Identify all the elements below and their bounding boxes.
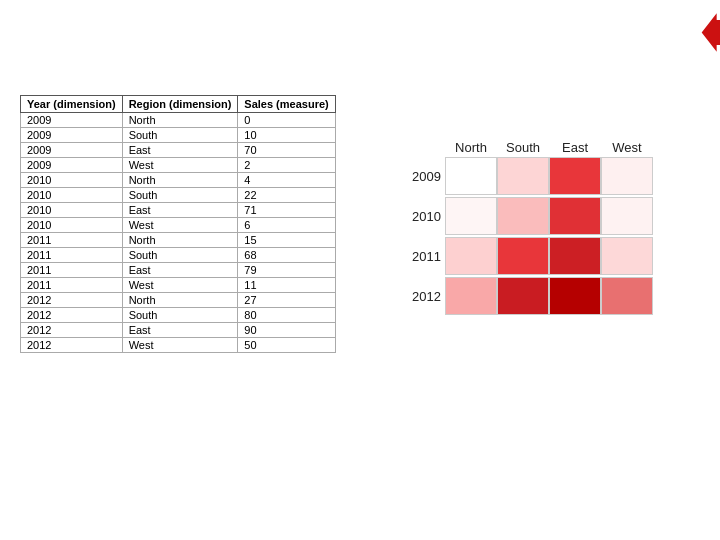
col-header-year: Year (dimension): [21, 96, 123, 113]
data-table-container: Year (dimension) Region (dimension) Sale…: [20, 95, 336, 353]
heatmap-cell: [445, 197, 497, 235]
table-cell: 2011: [21, 263, 123, 278]
table-cell: 2009: [21, 113, 123, 128]
table-cell: North: [122, 113, 238, 128]
heatmap-row: 2011: [400, 237, 653, 275]
heatmap-cell: [601, 157, 653, 195]
table-row: 2009East70: [21, 143, 336, 158]
table-cell: 2011: [21, 233, 123, 248]
heatmap-col-label: West: [601, 140, 653, 155]
table-row: 2009West2: [21, 158, 336, 173]
table-cell: South: [122, 128, 238, 143]
heatmap-row-label: 2011: [400, 249, 445, 264]
table-cell: 2012: [21, 293, 123, 308]
table-cell: 70: [238, 143, 335, 158]
table-cell: 11: [238, 278, 335, 293]
table-cell: 2011: [21, 278, 123, 293]
heatmap-body: 2009201020112012: [400, 157, 653, 317]
table-cell: South: [122, 188, 238, 203]
table-cell: East: [122, 323, 238, 338]
table-cell: 2012: [21, 338, 123, 353]
table-body: 2009North02009South102009East702009West2…: [21, 113, 336, 353]
table-cell: 79: [238, 263, 335, 278]
table-cell: 2: [238, 158, 335, 173]
table-row: 2010North4: [21, 173, 336, 188]
heatmap-col-label: South: [497, 140, 549, 155]
heatmap-cell: [497, 277, 549, 315]
table-row: 2011East79: [21, 263, 336, 278]
data-table: Year (dimension) Region (dimension) Sale…: [20, 95, 336, 353]
table-row: 2009North0: [21, 113, 336, 128]
table-cell: 68: [238, 248, 335, 263]
table-row: 2011West11: [21, 278, 336, 293]
table-row: 2012South80: [21, 308, 336, 323]
table-row: 2009South10: [21, 128, 336, 143]
table-cell: 2012: [21, 323, 123, 338]
table-cell: West: [122, 158, 238, 173]
table-cell: 10: [238, 128, 335, 143]
table-cell: 80: [238, 308, 335, 323]
table-row: 2011North15: [21, 233, 336, 248]
table-cell: 6: [238, 218, 335, 233]
heatmap-cell: [549, 197, 601, 235]
table-cell: North: [122, 233, 238, 248]
table-cell: 2010: [21, 173, 123, 188]
heatmap-row: 2009: [400, 157, 653, 195]
table-cell: 4: [238, 173, 335, 188]
table-cell: 22: [238, 188, 335, 203]
table-row: 2010East71: [21, 203, 336, 218]
heatmap-row: 2012: [400, 277, 653, 315]
heatmap-cell: [601, 277, 653, 315]
table-cell: West: [122, 338, 238, 353]
table-cell: 0: [238, 113, 335, 128]
heatmap-cell: [497, 157, 549, 195]
table-header-row: Year (dimension) Region (dimension) Sale…: [21, 96, 336, 113]
table-cell: 2010: [21, 188, 123, 203]
table-cell: 15: [238, 233, 335, 248]
table-cell: East: [122, 263, 238, 278]
heatmap-cell: [549, 277, 601, 315]
table-cell: 2009: [21, 143, 123, 158]
table-row: 2012West50: [21, 338, 336, 353]
table-cell: 2010: [21, 218, 123, 233]
heatmap-row-label: 2010: [400, 209, 445, 224]
table-cell: 50: [238, 338, 335, 353]
table-cell: 2009: [21, 158, 123, 173]
table-cell: 2012: [21, 308, 123, 323]
heatmap-container: NorthSouthEastWest 2009201020112012: [400, 140, 653, 317]
col-header-sales: Sales (measure): [238, 96, 335, 113]
heatmap-cell: [445, 277, 497, 315]
table-cell: 71: [238, 203, 335, 218]
table-cell: 90: [238, 323, 335, 338]
heatmap-cell: [445, 157, 497, 195]
heatmap-row-label: 2012: [400, 289, 445, 304]
heatmap-col-label: North: [445, 140, 497, 155]
table-row: 2012North27: [21, 293, 336, 308]
table-cell: West: [122, 278, 238, 293]
heatmap-col-labels: NorthSouthEastWest: [445, 140, 653, 155]
table-cell: West: [122, 218, 238, 233]
table-cell: 2011: [21, 248, 123, 263]
table-cell: North: [122, 173, 238, 188]
table-cell: South: [122, 248, 238, 263]
table-row: 2010West6: [21, 218, 336, 233]
heatmap-cell: [549, 157, 601, 195]
heatmap-cell: [601, 197, 653, 235]
table-row: 2012East90: [21, 323, 336, 338]
table-row: 2011South68: [21, 248, 336, 263]
heatmap-row: 2010: [400, 197, 653, 235]
table-cell: 2010: [21, 203, 123, 218]
heatmap-cell: [497, 197, 549, 235]
table-cell: East: [122, 143, 238, 158]
table-cell: South: [122, 308, 238, 323]
heatmap-cell: [497, 237, 549, 275]
table-cell: East: [122, 203, 238, 218]
table-cell: 2009: [21, 128, 123, 143]
table-cell: North: [122, 293, 238, 308]
col-header-region: Region (dimension): [122, 96, 238, 113]
heatmap-cell: [445, 237, 497, 275]
heatmap-col-label: East: [549, 140, 601, 155]
heatmap-cell: [601, 237, 653, 275]
heatmap-cell: [549, 237, 601, 275]
heatmap-row-label: 2009: [400, 169, 445, 184]
